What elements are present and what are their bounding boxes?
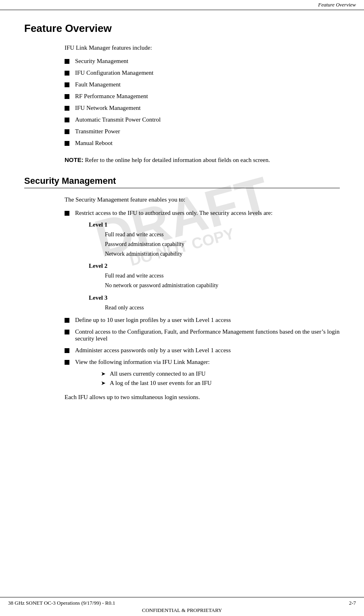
list-item: ➤ All users currently connected to an IF… xyxy=(101,370,340,377)
list-item: Transmitter Power xyxy=(65,128,340,135)
level2-items: Full read and write access No network or… xyxy=(105,271,340,290)
bullet-icon xyxy=(65,106,69,111)
arrow-list: ➤ All users currently connected to an IF… xyxy=(101,370,340,387)
section1-bullet-list-2: Define up to 10 user login profiles by a… xyxy=(65,317,340,366)
main-content: DRAFT DO NOT COPY Feature Overview IFU L… xyxy=(0,10,364,441)
list-item-text: Transmitter Power xyxy=(75,128,120,135)
bullet-icon xyxy=(65,118,69,122)
closing-text: Each IFU allows up to two simultaneous l… xyxy=(65,394,340,401)
bullet-icon xyxy=(65,129,69,134)
page-header: Feature Overview xyxy=(0,0,364,10)
list-item: Control access to the Configuration, Fau… xyxy=(65,328,340,342)
list-item-text: View the following information via IFU L… xyxy=(75,359,210,366)
list-item: Restrict access to the IFU to authorized… xyxy=(65,210,340,217)
list-item: Manual Reboot xyxy=(65,140,340,147)
list-item: Fault Management xyxy=(65,81,340,88)
list-item-text: Define up to 10 user login profiles by a… xyxy=(75,317,231,324)
level1-items: Full read and write access Password admi… xyxy=(105,230,340,259)
list-item: View the following information via IFU L… xyxy=(65,359,340,366)
level1-block: Level 1 Full read and write access Passw… xyxy=(89,221,340,259)
note-label: NOTE: xyxy=(65,156,84,163)
level3-label: Level 3 xyxy=(89,294,340,301)
list-item-text: Fault Management xyxy=(75,81,121,88)
level1-label: Level 1 xyxy=(89,221,340,228)
arrow-icon: ➤ xyxy=(101,380,106,387)
list-item: IFU Network Management xyxy=(65,105,340,111)
level2-item: Full read and write access xyxy=(105,271,340,281)
list-item: IFU Configuration Management xyxy=(65,69,340,76)
level2-item: No network or password administration ca… xyxy=(105,281,340,290)
list-item-text: Control access to the Configuration, Fau… xyxy=(75,328,340,342)
level1-item: Full read and write access xyxy=(105,230,340,240)
list-item-text: Restrict access to the IFU to authorized… xyxy=(75,210,272,217)
footer-right: 2-7 xyxy=(349,600,356,606)
list-item-text: IFU Configuration Management xyxy=(75,69,153,76)
page-title: Feature Overview xyxy=(24,22,340,35)
note-text: Refer to the online help for detailed in… xyxy=(84,157,270,163)
list-item-text: RF Performance Management xyxy=(75,93,148,100)
level2-label: Level 2 xyxy=(89,263,340,269)
page-wrapper: Feature Overview DRAFT DO NOT COPY Featu… xyxy=(0,0,364,616)
level2-block: Level 2 Full read and write access No ne… xyxy=(89,263,340,290)
bullet-icon xyxy=(65,330,69,334)
level1-item: Password administration capability xyxy=(105,240,340,249)
bullet-icon xyxy=(65,211,69,216)
list-item-text: Administer access passwords only by a us… xyxy=(75,347,231,354)
bullet-icon xyxy=(65,360,69,365)
section1-intro: The Security Management feature enables … xyxy=(65,196,340,203)
bullet-icon xyxy=(65,94,69,99)
arrow-icon: ➤ xyxy=(101,370,106,377)
bullet-icon xyxy=(65,59,69,64)
footer-center: CONFIDENTIAL & PROPRIETARY xyxy=(142,607,222,614)
list-item: Define up to 10 user login profiles by a… xyxy=(65,317,340,324)
section1-bullet-list: Restrict access to the IFU to authorized… xyxy=(65,210,340,217)
page-footer: 38 GHz SONET OC-3 Operations (9/17/99) -… xyxy=(0,597,364,616)
level3-items: Read only access xyxy=(105,303,340,313)
list-item: Automatic Transmit Power Control xyxy=(65,116,340,123)
bullet-icon xyxy=(65,82,69,87)
list-item-text: Automatic Transmit Power Control xyxy=(75,116,161,123)
section-heading-security: Security Management xyxy=(24,176,340,188)
bullet-icon xyxy=(65,141,69,146)
level3-block: Level 3 Read only access xyxy=(89,294,340,313)
intro-text: IFU Link Manager features include: xyxy=(65,44,340,51)
list-item-text: All users currently connected to an IFU xyxy=(110,370,205,377)
bullet-icon xyxy=(65,318,69,323)
list-item-text: IFU Network Management xyxy=(75,105,140,111)
level1-item: Network administration capability xyxy=(105,249,340,259)
note-section: NOTE: Refer to the online help for detai… xyxy=(65,156,340,164)
content-inner: Feature Overview IFU Link Manager featur… xyxy=(24,22,340,401)
bullet-icon xyxy=(65,348,69,353)
list-item: ➤ A log of the last 10 user events for a… xyxy=(101,380,340,387)
level3-item: Read only access xyxy=(105,303,340,313)
list-item-text: Security Management xyxy=(75,58,128,65)
feature-list: Security Management IFU Configuration Ma… xyxy=(65,58,340,147)
list-item-text: Manual Reboot xyxy=(75,140,113,147)
bullet-icon xyxy=(65,71,69,76)
list-item: RF Performance Management xyxy=(65,93,340,100)
footer-left: 38 GHz SONET OC-3 Operations (9/17/99) -… xyxy=(8,600,115,606)
footer-line1: 38 GHz SONET OC-3 Operations (9/17/99) -… xyxy=(8,600,356,606)
list-item-text: A log of the last 10 user events for an … xyxy=(110,380,211,387)
list-item: Administer access passwords only by a us… xyxy=(65,347,340,354)
list-item: Security Management xyxy=(65,58,340,65)
header-right-text: Feature Overview xyxy=(318,2,356,8)
